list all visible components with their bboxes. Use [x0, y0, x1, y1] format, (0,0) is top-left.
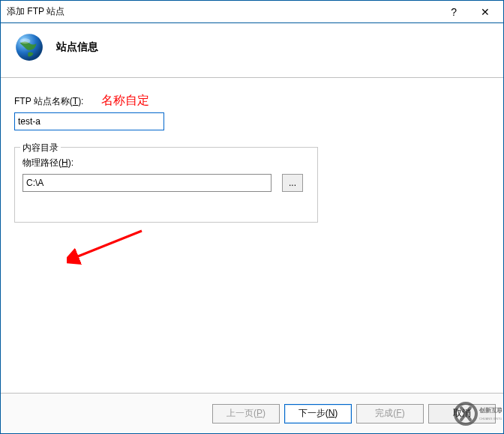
site-name-label: FTP 站点名称(T): [14, 95, 83, 108]
physical-path-label: 物理路径(H): [22, 157, 310, 169]
physical-path-input[interactable] [22, 174, 272, 192]
content-directory-group: 内容目录 物理路径(H): ... [14, 147, 318, 223]
titlebar: 添加 FTP 站点 ? ✕ [1, 1, 503, 23]
groupbox-legend: 内容目录 [20, 142, 61, 154]
help-button[interactable]: ? [446, 3, 461, 21]
globe-icon [13, 31, 46, 64]
watermark-logo-icon: 创新互联 CHUANG XINTU LIAN [452, 397, 502, 430]
annotation-arrow-icon [67, 228, 149, 265]
window-controls: ? ✕ [446, 3, 503, 21]
svg-text:创新互联: 创新互联 [478, 406, 502, 414]
close-button[interactable]: ✕ [476, 3, 494, 21]
next-button[interactable]: 下一步(N) [284, 404, 352, 424]
site-name-input[interactable] [14, 112, 164, 130]
header-title: 站点信息 [56, 40, 98, 54]
site-name-row: FTP 站点名称(T): 名称自定 [14, 93, 490, 112]
dialog-add-ftp-site: 添加 FTP 站点 ? ✕ 站点信息 FTP 站点名称(T): [0, 0, 504, 434]
content-area: FTP 站点名称(T): 名称自定 内容目录 物理路径(H): ... [1, 78, 503, 393]
svg-text:CHUANG XINTU LIAN: CHUANG XINTU LIAN [479, 417, 502, 421]
path-row: ... [22, 174, 310, 192]
svg-point-1 [20, 38, 31, 43]
window-title: 添加 FTP 站点 [7, 5, 446, 18]
wizard-header: 站点信息 [1, 23, 503, 78]
previous-button: 上一页(P) [212, 404, 280, 424]
annotation-text: 名称自定 [101, 93, 149, 109]
svg-line-2 [74, 231, 142, 258]
browse-button[interactable]: ... [282, 174, 303, 192]
wizard-footer: 上一页(P) 下一步(N) 完成(F) 取消 [1, 393, 503, 433]
finish-button: 完成(F) [356, 404, 424, 424]
